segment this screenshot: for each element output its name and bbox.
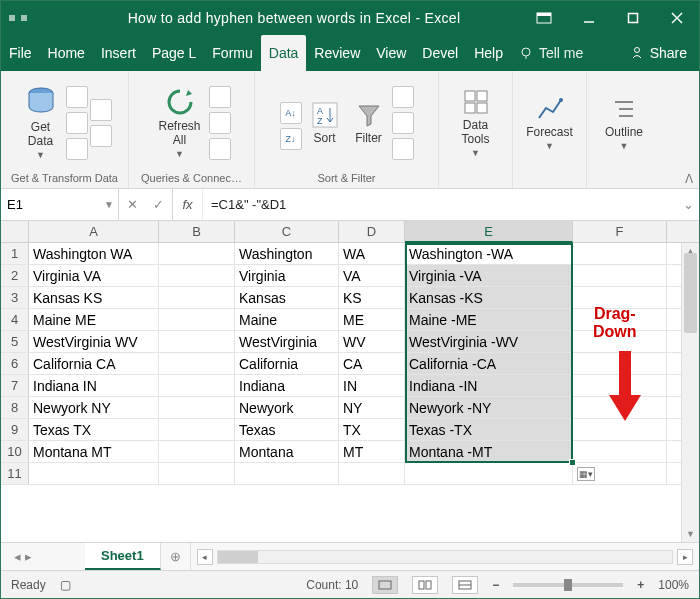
cell-D3[interactable]: KS [339, 287, 405, 308]
row-header[interactable]: 2 [1, 265, 29, 286]
row-header[interactable]: 10 [1, 441, 29, 462]
cell-D7[interactable]: IN [339, 375, 405, 396]
sort-button[interactable]: AZ Sort [304, 79, 346, 167]
cell-B7[interactable] [159, 375, 235, 396]
cell-B9[interactable] [159, 419, 235, 440]
scroll-left-icon[interactable]: ◂ [197, 549, 213, 565]
col-header-B[interactable]: B [159, 221, 235, 242]
cell-C5[interactable]: WestVirginia [235, 331, 339, 352]
row-header[interactable]: 5 [1, 331, 29, 352]
cell-E9[interactable]: Texas -TX [405, 419, 573, 440]
sort-desc-button[interactable]: Z↓ [280, 128, 302, 150]
zoom-slider[interactable] [513, 583, 623, 587]
outline-button[interactable]: Outline ▼ [599, 79, 649, 167]
sheet-tab-sheet1[interactable]: Sheet1 [85, 543, 161, 570]
ribbon-display-options[interactable] [527, 12, 561, 24]
zoom-knob[interactable] [564, 579, 572, 591]
zoom-out-button[interactable]: − [492, 578, 499, 592]
cell-C2[interactable]: Virginia [235, 265, 339, 286]
tab-help[interactable]: Help [466, 35, 511, 71]
cell-B1[interactable] [159, 243, 235, 264]
cell-A8[interactable]: Newyork NY [29, 397, 159, 418]
new-sheet-button[interactable]: ⊕ [161, 543, 191, 570]
macro-record-icon[interactable]: ▢ [60, 578, 71, 592]
cell-C9[interactable]: Texas [235, 419, 339, 440]
cell-A7[interactable]: Indiana IN [29, 375, 159, 396]
tab-formulas[interactable]: Formu [204, 35, 260, 71]
cell-B5[interactable] [159, 331, 235, 352]
clear-filter-button[interactable] [392, 86, 414, 108]
cell-C7[interactable]: Indiana [235, 375, 339, 396]
cell-A3[interactable]: Kansas KS [29, 287, 159, 308]
cell-A4[interactable]: Maine ME [29, 309, 159, 330]
cell-E1[interactable]: Washington -WA [405, 243, 573, 264]
page-layout-view-button[interactable] [412, 576, 438, 594]
tab-view[interactable]: View [368, 35, 414, 71]
cell-C10[interactable]: Montana [235, 441, 339, 462]
cell-B10[interactable] [159, 441, 235, 462]
collapse-ribbon-button[interactable]: ᐱ [685, 172, 693, 186]
filter-button[interactable]: Filter [348, 79, 390, 167]
row-header[interactable]: 6 [1, 353, 29, 374]
row-header[interactable]: 8 [1, 397, 29, 418]
cell-D1[interactable]: WA [339, 243, 405, 264]
row-header[interactable]: 1 [1, 243, 29, 264]
horizontal-scrollbar[interactable]: ◂ ▸ [191, 543, 699, 570]
qat-dot[interactable] [9, 15, 15, 21]
reapply-button[interactable] [392, 112, 414, 134]
cell-C1[interactable]: Washington [235, 243, 339, 264]
vertical-scrollbar[interactable]: ▲ ▼ [681, 243, 699, 542]
row-header[interactable]: 7 [1, 375, 29, 396]
cell-E10[interactable]: Montana -MT [405, 441, 573, 462]
cell-F2[interactable] [573, 265, 667, 286]
page-break-view-button[interactable] [452, 576, 478, 594]
zoom-in-button[interactable]: + [637, 578, 644, 592]
row-header[interactable]: 11 [1, 463, 29, 484]
cell-D2[interactable]: VA [339, 265, 405, 286]
properties-button[interactable] [209, 112, 231, 134]
existing-connections-button[interactable] [90, 125, 112, 147]
col-header-C[interactable]: C [235, 221, 339, 242]
cell-F1[interactable] [573, 243, 667, 264]
maximize-button[interactable] [611, 1, 655, 35]
share-button[interactable]: Share [618, 35, 699, 71]
cell-E3[interactable]: Kansas -KS [405, 287, 573, 308]
cell-B6[interactable] [159, 353, 235, 374]
from-text-csv-button[interactable] [66, 86, 88, 108]
cell-B3[interactable] [159, 287, 235, 308]
cell-D5[interactable]: WV [339, 331, 405, 352]
col-header-A[interactable]: A [29, 221, 159, 242]
hscroll-track[interactable] [217, 550, 673, 564]
cell-A6[interactable]: California CA [29, 353, 159, 374]
expand-formula-bar-button[interactable]: ⌄ [677, 189, 699, 220]
select-all-corner[interactable] [1, 221, 29, 242]
cell-B4[interactable] [159, 309, 235, 330]
scroll-right-icon[interactable]: ▸ [677, 549, 693, 565]
cell-D11[interactable] [339, 463, 405, 484]
chevron-down-icon[interactable]: ▼ [104, 199, 114, 210]
sheet-nav-buttons[interactable]: ◂ ▸ [1, 543, 45, 570]
hscroll-thumb[interactable] [218, 551, 258, 563]
cell-A9[interactable]: Texas TX [29, 419, 159, 440]
cell-D8[interactable]: NY [339, 397, 405, 418]
cell-B2[interactable] [159, 265, 235, 286]
cell-C3[interactable]: Kansas [235, 287, 339, 308]
cell-F10[interactable] [573, 441, 667, 462]
autofill-options-button[interactable]: ▦▾ [577, 467, 595, 481]
cancel-formula-button[interactable]: ✕ [127, 197, 138, 212]
close-button[interactable] [655, 1, 699, 35]
from-web-button[interactable] [66, 112, 88, 134]
tell-me[interactable]: Tell me [511, 35, 591, 71]
cell-E8[interactable]: Newyork -NY [405, 397, 573, 418]
refresh-all-button[interactable]: Refresh All ▼ [152, 79, 206, 167]
cell-D10[interactable]: MT [339, 441, 405, 462]
cell-E6[interactable]: California -CA [405, 353, 573, 374]
cell-A5[interactable]: WestVirginia WV [29, 331, 159, 352]
row-header[interactable]: 9 [1, 419, 29, 440]
formula-input[interactable]: =C1&" -"&D1 [203, 189, 677, 220]
tab-data[interactable]: Data [261, 35, 307, 71]
cell-C8[interactable]: Newyork [235, 397, 339, 418]
cell-D4[interactable]: ME [339, 309, 405, 330]
minimize-button[interactable] [567, 1, 611, 35]
tab-page-layout[interactable]: Page L [144, 35, 204, 71]
